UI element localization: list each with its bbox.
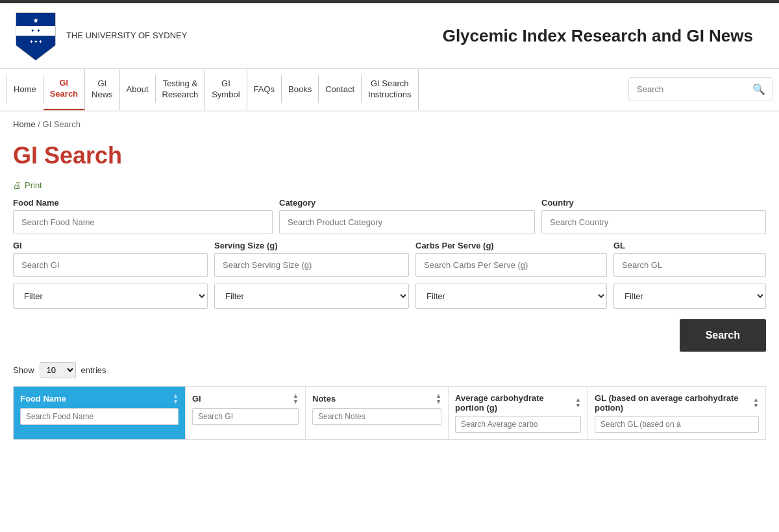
th-gi-label-row: GI ▲▼ [192,393,299,405]
logo-area: ⚜ ✦ ✦ ✦✦✦ THE UNIVERSITY OF SYDNEY [13,10,187,62]
form-row-2: GI Serving Size (g) Carbs Per Serve (g) … [13,241,766,277]
nav-gi-symbol[interactable]: GISymbol [205,69,247,110]
th-notes-label-row: Notes ▲▼ [312,393,441,405]
entries-select[interactable]: 10 25 50 100 [40,362,76,378]
nav-home[interactable]: Home [6,75,43,103]
category-group: Category [279,198,535,234]
th-food-name-label-row: Food Name ▲▼ [20,393,179,405]
svg-text:✦✦✦: ✦✦✦ [29,39,43,45]
food-name-label: Food Name [13,198,273,208]
show-label: Show [13,365,34,375]
sort-arrows-gi[interactable]: ▲▼ [293,393,299,405]
nav-about[interactable]: About [120,75,156,103]
gi-label: GI [13,241,208,250]
nav-gi-instructions[interactable]: GI SearchInstructions [362,69,418,110]
site-title: Glycemic Index Research and GI News [187,26,766,46]
show-entries-row: Show 10 25 50 100 entries [13,362,766,378]
food-name-group: Food Name [13,198,273,234]
table-notes-input[interactable] [312,408,441,425]
breadcrumb-current: GI Search [43,119,81,129]
gi-filter-select[interactable]: Filter equals less than greater than [13,284,208,309]
table-gl-input[interactable] [595,416,759,433]
gl-label: GL [613,241,766,250]
sort-arrows-food[interactable]: ▲▼ [173,393,179,405]
country-input[interactable] [541,210,766,234]
carbs-filter-group: Filter equals less than greater than [415,284,607,309]
th-food-name: Food Name ▲▼ [14,387,186,439]
th-avg-carbs-text: Average carbohydrate portion (g) [455,393,575,413]
th-gl: GL (based on average carbohydrate potion… [588,387,765,439]
main-nav: Home GISearch GINews About Testing &Rese… [0,69,779,112]
gi-input[interactable] [13,253,208,277]
shield-logo: ⚜ ✦ ✦ ✦✦✦ [13,10,58,62]
svg-text:✦ ✦: ✦ ✦ [31,28,41,34]
nav-testing[interactable]: Testing &Research [156,69,206,110]
breadcrumb-home[interactable]: Home [13,119,36,129]
carbs-input[interactable] [415,253,607,277]
main-content: 🖨 Print Food Name Category Country GI Se… [0,180,779,453]
gi-filter-group: Filter equals less than greater than [13,284,208,309]
th-gi-text: GI [192,394,201,404]
sort-arrows-avg-carbs[interactable]: ▲▼ [575,397,581,409]
serving-label: Serving Size (g) [214,241,409,250]
breadcrumb: Home / GI Search [0,112,779,137]
country-group: Country [541,198,766,234]
page-title: GI Search [0,137,779,180]
carbs-group: Carbs Per Serve (g) [415,241,607,277]
uni-sydney: SYDNEY [153,30,187,40]
carbs-label: Carbs Per Serve (g) [415,241,607,250]
print-label: Print [25,180,42,190]
table-food-name-input[interactable] [20,408,179,425]
search-button[interactable]: Search [680,319,766,352]
th-notes: Notes ▲▼ [306,387,449,439]
search-btn-row: Search [13,319,766,352]
header-search-input[interactable] [629,79,746,99]
nav-gi-search[interactable]: GISearch [43,69,85,110]
th-gl-text: GL (based on average carbohydrate potion… [595,393,753,413]
results-table: Food Name ▲▼ GI ▲▼ Notes ▲▼ [13,386,766,440]
gl-group: GL [613,241,766,277]
header: ⚜ ✦ ✦ ✦✦✦ THE UNIVERSITY OF SYDNEY Glyce… [0,3,779,69]
nav-gi-news[interactable]: GINews [85,69,120,110]
header-search-box[interactable]: 🔍 [628,77,773,101]
print-icon: 🖨 [13,180,21,190]
gl-filter-select[interactable]: Filter equals less than greater than [613,284,766,309]
breadcrumb-separator: / [38,119,42,129]
table-avg-carbs-input[interactable] [455,416,581,433]
gl-filter-group: Filter equals less than greater than [613,284,766,309]
serving-filter-select[interactable]: Filter equals less than greater than [214,284,409,309]
gi-group: GI [13,241,208,277]
sort-arrows-gl[interactable]: ▲▼ [753,397,759,409]
nav-faqs[interactable]: FAQs [247,75,282,103]
th-notes-text: Notes [312,394,336,404]
entries-label: entries [81,365,106,375]
category-label: Category [279,198,535,208]
print-link[interactable]: 🖨 Print [13,180,42,190]
form-row-1: Food Name Category Country [13,198,766,234]
nav-books[interactable]: Books [282,75,319,103]
food-name-input[interactable] [13,210,273,234]
th-avg-carbs-label-row: Average carbohydrate portion (g) ▲▼ [455,393,581,413]
serving-input[interactable] [214,253,409,277]
header-search-button[interactable]: 🔍 [746,78,772,101]
th-gl-label-row: GL (based on average carbohydrate potion… [595,393,759,413]
serving-filter-group: Filter equals less than greater than [214,284,409,309]
svg-text:⚜: ⚜ [33,18,38,24]
uni-line1: THE UNIVERSITY OF [66,30,150,40]
uni-name-block: THE UNIVERSITY OF SYDNEY [66,30,187,42]
th-gi: GI ▲▼ [186,387,306,439]
nav-contact[interactable]: Contact [319,75,362,103]
gl-input[interactable] [613,253,766,277]
sort-arrows-notes[interactable]: ▲▼ [436,393,441,405]
serving-group: Serving Size (g) [214,241,409,277]
table-gi-input[interactable] [192,408,299,425]
carbs-filter-select[interactable]: Filter equals less than greater than [415,284,607,309]
country-label: Country [541,198,766,208]
th-avg-carbs: Average carbohydrate portion (g) ▲▼ [449,387,588,439]
table-header-row: Food Name ▲▼ GI ▲▼ Notes ▲▼ [14,387,765,439]
category-input[interactable] [279,210,535,234]
form-row-3: Filter equals less than greater than Fil… [13,284,766,309]
th-food-name-text: Food Name [20,394,66,404]
